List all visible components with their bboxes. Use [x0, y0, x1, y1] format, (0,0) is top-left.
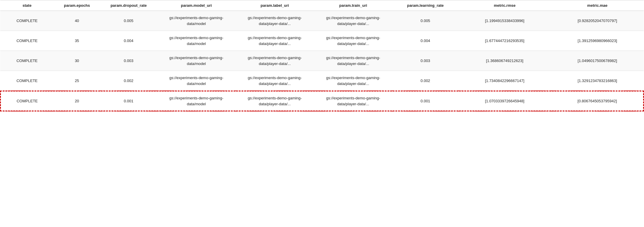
cell-mae: [0.9282052047070797] [551, 11, 644, 31]
cell-model_uri: gs://experiments-demo-gaming-data/model [157, 71, 235, 91]
cell-state: COMPLETE [0, 11, 54, 31]
cell-state: COMPLETE [0, 91, 54, 111]
cell-train_uri: gs://experiments-demo-gaming-data/player… [314, 91, 392, 111]
cell-dropout_rate: 0.003 [100, 51, 157, 71]
cell-model_uri: gs://experiments-demo-gaming-data/model [157, 91, 235, 111]
cell-dropout_rate: 0.004 [100, 31, 157, 51]
cell-rmse: [1.0703339726645948] [458, 91, 551, 111]
column-header-learning_rate: param.learning_rate [392, 0, 458, 11]
cell-epochs: 35 [54, 31, 100, 51]
cell-model_uri: gs://experiments-demo-gaming-data/model [157, 11, 235, 31]
column-header-model_uri: param.model_uri [157, 0, 235, 11]
column-header-dropout_rate: param.dropout_rate [100, 0, 157, 11]
column-header-epochs: param.epochs [54, 0, 100, 11]
cell-learning_rate: 0.003 [392, 51, 458, 71]
cell-state: COMPLETE [0, 51, 54, 71]
table-row[interactable]: COMPLETE300.003gs://experiments-demo-gam… [0, 51, 644, 71]
cell-model_uri: gs://experiments-demo-gaming-data/model [157, 51, 235, 71]
cell-mae: [1.0496017500678982] [551, 51, 644, 71]
cell-label_uri: gs://experiments-demo-gaming-data/player… [236, 91, 314, 111]
cell-learning_rate: 0.001 [392, 91, 458, 111]
cell-rmse: [1.368606749212623] [458, 51, 551, 71]
cell-rmse: [1.1994915338433996] [458, 11, 551, 31]
cell-learning_rate: 0.004 [392, 31, 458, 51]
cell-learning_rate: 0.002 [392, 71, 458, 91]
cell-label_uri: gs://experiments-demo-gaming-data/player… [236, 51, 314, 71]
cell-train_uri: gs://experiments-demo-gaming-data/player… [314, 31, 392, 51]
column-header-label_uri: param.label_uri [236, 0, 314, 11]
column-header-state: state [0, 0, 54, 11]
cell-epochs: 30 [54, 51, 100, 71]
cell-dropout_rate: 0.001 [100, 91, 157, 111]
cell-mae: [0.8067645053795942] [551, 91, 644, 111]
cell-state: COMPLETE [0, 71, 54, 91]
cell-learning_rate: 0.005 [392, 11, 458, 31]
cell-train_uri: gs://experiments-demo-gaming-data/player… [314, 51, 392, 71]
cell-epochs: 25 [54, 71, 100, 91]
table-row[interactable]: COMPLETE200.001gs://experiments-demo-gam… [0, 91, 644, 111]
cell-train_uri: gs://experiments-demo-gaming-data/player… [314, 71, 392, 91]
cell-label_uri: gs://experiments-demo-gaming-data/player… [236, 71, 314, 91]
cell-rmse: [1.7340842296667147] [458, 71, 551, 91]
cell-model_uri: gs://experiments-demo-gaming-data/model [157, 31, 235, 51]
column-header-rmse: metric.rmse [458, 0, 551, 11]
cell-mae: [1.3912596980966023] [551, 31, 644, 51]
experiments-table: stateparam.epochsparam.dropout_rateparam… [0, 0, 644, 111]
column-header-mae: metric.mae [551, 0, 644, 11]
cell-label_uri: gs://experiments-demo-gaming-data/player… [236, 31, 314, 51]
cell-epochs: 40 [54, 11, 100, 31]
table-header-row: stateparam.epochsparam.dropout_rateparam… [0, 0, 644, 11]
table-row[interactable]: COMPLETE400.005gs://experiments-demo-gam… [0, 11, 644, 31]
cell-train_uri: gs://experiments-demo-gaming-data/player… [314, 11, 392, 31]
cell-dropout_rate: 0.005 [100, 11, 157, 31]
cell-mae: [1.3291234783216863] [551, 71, 644, 91]
column-header-train_uri: param.train_uri [314, 0, 392, 11]
table-row[interactable]: COMPLETE350.004gs://experiments-demo-gam… [0, 31, 644, 51]
table-row[interactable]: COMPLETE250.002gs://experiments-demo-gam… [0, 71, 644, 91]
cell-state: COMPLETE [0, 31, 54, 51]
cell-rmse: [1.6774447216293535] [458, 31, 551, 51]
cell-epochs: 20 [54, 91, 100, 111]
cell-dropout_rate: 0.002 [100, 71, 157, 91]
cell-label_uri: gs://experiments-demo-gaming-data/player… [236, 11, 314, 31]
